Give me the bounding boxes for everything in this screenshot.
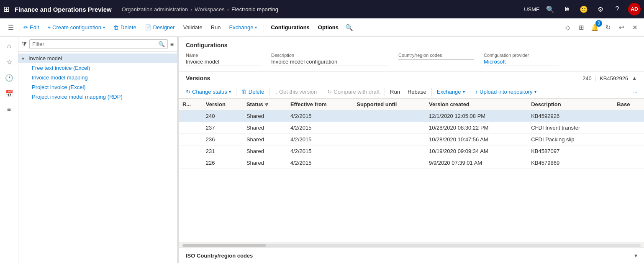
col-supported[interactable]: Supported until [353, 99, 426, 110]
upload-icon: ↑ [475, 89, 478, 95]
cell-6: CFDI Packing slip [528, 134, 613, 146]
get-version-button[interactable]: ↓ Get this version [271, 87, 320, 97]
hamburger-icon[interactable]: ☰ [3, 20, 18, 35]
versions-collapse-btn[interactable]: ▲ [631, 75, 637, 82]
run-button[interactable]: Run [208, 23, 224, 32]
monitor-icon[interactable]: 🖥 [561, 3, 573, 15]
config-provider-label: Configuration provider [484, 53, 559, 58]
nav-list-icon[interactable]: ≡ [2, 102, 17, 117]
undo-icon[interactable]: ↩ [616, 22, 627, 33]
vtb-sep5 [431, 88, 432, 96]
search-icon-nav[interactable]: 🔍 [544, 3, 556, 15]
designer-button[interactable]: 📄 Designer [141, 23, 178, 32]
cell-5: 12/1/2020 12:05:08 PM [426, 110, 528, 122]
versions-delete-icon: 🗑 [241, 89, 247, 95]
status-filter-icon[interactable]: ⧩ [264, 102, 268, 107]
tree-item-project-mapping[interactable]: Project invoice model mapping (RDP) [18, 92, 177, 102]
nav-star-icon[interactable]: ☆ [2, 54, 17, 69]
search-toolbar-icon[interactable]: 🔍 [344, 22, 355, 33]
refresh-icon[interactable]: ↻ [602, 22, 614, 33]
tree-toolbar: ⧩ 🔍 ≡ [18, 37, 177, 52]
iso-section[interactable]: ISO Country/region codes ▾ [179, 248, 644, 263]
col-created[interactable]: Version created [426, 99, 528, 110]
avatar[interactable]: AD [628, 3, 641, 15]
col-status[interactable]: Status ⧩ [243, 99, 287, 110]
col-base[interactable]: Base [613, 99, 644, 110]
versions-delete-button[interactable]: 🗑 Delete [238, 87, 268, 97]
cell-5: 10/28/2020 08:30:22 PM [426, 122, 528, 134]
col-r: R... [179, 99, 203, 110]
edit-icon: ✏ [23, 24, 28, 31]
split-icon[interactable]: ⊞ [575, 22, 587, 33]
tree-item-project-invoice[interactable]: Project invoice (Excel) [18, 82, 177, 92]
compare-draft-button[interactable]: ↻ Compare with draft [324, 87, 383, 97]
table-row[interactable]: 237Shared4/2/201510/28/2020 08:30:22 PMC… [179, 122, 644, 134]
diamond-icon[interactable]: ◇ [562, 22, 574, 33]
search-box[interactable]: 🔍 [29, 39, 168, 49]
config-provider-field: Configuration provider Microsoft [484, 53, 559, 66]
nav-calendar-icon[interactable]: 📅 [2, 86, 17, 101]
breadcrumb-org[interactable]: Organization administration [122, 6, 188, 13]
tree-item-label: Project invoice model mapping (RDP) [22, 94, 123, 100]
tree-lines-icon[interactable]: ≡ [170, 41, 174, 48]
horizontal-scrollbar[interactable] [179, 243, 644, 248]
create-dropdown-arrow: ▾ [103, 25, 105, 30]
tree-item-free-text[interactable]: Free text invoice (Excel) [18, 63, 177, 73]
col-desc[interactable]: Description [528, 99, 613, 110]
tree-list: ▾ Invoice model Free text invoice (Excel… [18, 52, 177, 263]
exchange-button[interactable]: Exchange ▾ [226, 23, 261, 32]
close-icon[interactable]: ✕ [629, 22, 641, 33]
edit-button[interactable]: ✏ Edit [20, 23, 42, 32]
cell-6: KB4587097 [528, 146, 613, 157]
config-provider-value[interactable]: Microsoft [484, 59, 559, 66]
options-button[interactable]: Options [315, 23, 342, 32]
app-title: Finance and Operations Preview [15, 6, 112, 13]
table-row[interactable]: 226Shared4/2/20159/9/2020 07:39:01 AMKB4… [179, 157, 644, 169]
nav-recent-icon[interactable]: 🕐 [2, 70, 17, 85]
table-row[interactable]: 240Shared4/2/201512/1/2020 12:05:08 PMKB… [179, 110, 644, 122]
grid-icon[interactable]: ⊞ [3, 5, 10, 14]
cell-0 [179, 134, 203, 146]
notification-icon[interactable]: 🔔 0 [589, 22, 600, 33]
cell-0 [179, 157, 203, 169]
table-row[interactable]: 236Shared4/2/201510/28/2020 10:47:56 AMC… [179, 134, 644, 146]
nav-home-icon[interactable]: ⌂ [2, 38, 17, 54]
vtb-sep3 [322, 88, 322, 96]
configurations-section: Configurations Name Invoice model Descri… [179, 37, 644, 71]
vtb-sep2 [269, 88, 269, 96]
col-version[interactable]: Version [203, 99, 243, 110]
cell-7 [613, 134, 644, 146]
smiley-icon[interactable]: 🙂 [578, 3, 590, 15]
rebase-button[interactable]: Rebase [404, 87, 430, 97]
more-button[interactable]: ··· [630, 87, 641, 97]
breadcrumb-workspaces[interactable]: Workspaces [195, 6, 224, 13]
delete-button[interactable]: 🗑 Delete [110, 23, 140, 32]
kb-number: KB4592926 [600, 75, 628, 82]
versions-run-button[interactable]: Run [387, 87, 403, 97]
versions-section: Versions 240 | KB4592926 ▲ ↻ Change stat… [179, 71, 644, 248]
filter-icon[interactable]: ⧩ [22, 41, 27, 48]
col-effective[interactable]: Effective from [287, 99, 353, 110]
help-icon[interactable]: ? [611, 3, 623, 15]
tree-item-model-mapping[interactable]: Invoice model mapping [18, 73, 177, 82]
versions-table-wrap[interactable]: R... Version Status ⧩ Effective from Sup… [179, 99, 644, 243]
cell-5: 10/28/2020 10:47:56 AM [426, 134, 528, 146]
plus-icon: + [47, 24, 51, 31]
versions-exchange-button[interactable]: Exchange ▾ [434, 87, 468, 97]
settings-icon[interactable]: ⚙ [595, 3, 606, 15]
cell-5: 10/19/2020 09:09:34 AM [426, 146, 528, 157]
upload-button[interactable]: ↑ Upload into repository ▾ [472, 87, 540, 97]
config-desc-value: Invoice model configuration [271, 59, 388, 66]
tree-item-invoice-model[interactable]: ▾ Invoice model [18, 54, 177, 63]
scroll-track[interactable] [182, 244, 641, 247]
validate-button[interactable]: Validate [180, 23, 206, 32]
table-row[interactable]: 231Shared4/2/201510/19/2020 09:09:34 AMK… [179, 146, 644, 157]
cell-3: 4/2/2015 [287, 110, 353, 122]
configurations-title: Configurations [186, 42, 637, 49]
filter-input[interactable] [32, 41, 158, 47]
change-status-button[interactable]: ↻ Change status ▾ [182, 87, 234, 97]
create-config-button[interactable]: + Create configuration ▾ [44, 23, 108, 32]
configurations-button[interactable]: Configurations [267, 23, 313, 32]
versions-table: R... Version Status ⧩ Effective from Sup… [179, 99, 644, 169]
scroll-thumb[interactable] [182, 244, 266, 247]
